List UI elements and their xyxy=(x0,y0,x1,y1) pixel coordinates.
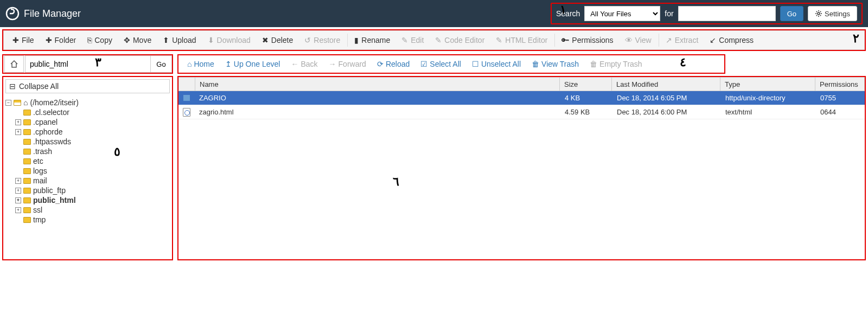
col-perms[interactable]: Permissions xyxy=(815,78,864,91)
table-row[interactable]: zagrio.html4.59 KBDec 18, 2014 6:00 PMte… xyxy=(178,105,865,119)
tree-toggle-icon[interactable]: + xyxy=(15,129,21,135)
copy-icon: ⎘ xyxy=(87,36,92,44)
tree-toggle-icon[interactable]: + xyxy=(15,119,21,125)
annotation-1: ١ xyxy=(560,3,566,17)
collapse-icon: ⊟ xyxy=(9,82,16,91)
gear-icon xyxy=(815,10,822,17)
tree-item-label: mail xyxy=(33,176,47,185)
col-name[interactable]: Name xyxy=(195,78,560,91)
tree-toggle-icon[interactable]: + xyxy=(15,188,21,194)
search-go-button[interactable]: Go xyxy=(780,6,803,21)
search-input[interactable] xyxy=(678,6,776,21)
home-icon-button[interactable] xyxy=(4,55,24,73)
back-icon: ← xyxy=(291,60,298,68)
nav-unselect-all-button[interactable]: ☐Unselect All xyxy=(467,60,526,68)
html-editor-button[interactable]: ✎HTML Editor xyxy=(490,31,553,49)
folder-icon xyxy=(23,129,31,135)
upload-icon: ⬆ xyxy=(163,36,169,44)
home-icon xyxy=(10,60,18,68)
uncheck-icon: ☐ xyxy=(472,60,479,68)
tree-item[interactable]: .htpasswds xyxy=(5,137,170,146)
tree-item[interactable]: +.cpanel xyxy=(5,117,170,127)
nav-back-button[interactable]: ←Back xyxy=(285,60,323,68)
copy-button[interactable]: ⎘Copy xyxy=(82,31,118,49)
tree-item[interactable]: +public_ftp xyxy=(5,186,170,195)
nav-home-button[interactable]: ⌂Home xyxy=(182,60,220,68)
tree-item[interactable]: .trash xyxy=(5,146,170,156)
tree-toggle-icon[interactable]: + xyxy=(15,197,21,203)
tree-item-label: .cl.selector xyxy=(33,108,69,117)
plus-icon: ✚ xyxy=(46,36,52,44)
collapse-all-button[interactable]: ⊟ Collapse All xyxy=(5,79,170,93)
col-type[interactable]: Type xyxy=(720,78,815,91)
logo: File Manager xyxy=(5,7,81,21)
code-editor-button[interactable]: ✎Code Editor xyxy=(430,31,490,49)
settings-button[interactable]: Settings xyxy=(808,6,857,21)
move-button[interactable]: ✥Move xyxy=(118,31,157,49)
search-scope-select[interactable]: All Your Files xyxy=(584,6,660,21)
nav-view-trash-button[interactable]: 🗑︎View Trash xyxy=(526,60,584,68)
nav-forward-button[interactable]: →Forward xyxy=(323,60,372,68)
col-modified[interactable]: Last Modified xyxy=(612,78,720,91)
extract-button[interactable]: ↗Extract xyxy=(660,31,705,49)
folder-icon xyxy=(14,100,21,106)
trash-icon: 🗑︎ xyxy=(590,60,597,68)
col-icon[interactable] xyxy=(179,78,195,91)
upload-button[interactable]: ⬆Upload xyxy=(157,31,202,49)
cell-modified: Dec 18, 2014 6:05 PM xyxy=(612,94,721,102)
compress-button[interactable]: ↙Compress xyxy=(704,31,760,49)
path-input[interactable] xyxy=(25,55,150,73)
tree-item[interactable]: +.cphorde xyxy=(5,127,170,137)
tree-item[interactable]: +mail xyxy=(5,176,170,186)
home-icon: ⌂ xyxy=(187,60,192,68)
tree-item[interactable]: +public_html xyxy=(5,195,170,205)
delete-button[interactable]: ✖Delete xyxy=(257,31,299,49)
rename-button[interactable]: ▮Rename xyxy=(349,31,396,49)
compress-icon: ↙ xyxy=(710,36,716,44)
folder-icon xyxy=(23,217,31,223)
nav-reload-button[interactable]: ⟳Reload xyxy=(372,60,415,68)
tree-item[interactable]: tmp xyxy=(5,215,170,225)
annotation-5: ٥ xyxy=(114,145,120,159)
tree-item[interactable]: etc xyxy=(5,156,170,166)
tree-item-label: public_html xyxy=(33,196,76,204)
view-button[interactable]: 👁︎View xyxy=(620,31,658,49)
permissions-button[interactable]: 🔑︎Permissions xyxy=(556,31,619,49)
edit-button[interactable]: ✎Edit xyxy=(396,31,430,49)
tree-item[interactable]: .cl.selector xyxy=(5,107,170,117)
annotation-6: ٦ xyxy=(393,175,399,189)
folder-icon xyxy=(23,149,31,155)
table-row[interactable]: ZAGRIO4 KBDec 18, 2014 6:05 PMhttpd/unix… xyxy=(178,91,865,105)
folder-button[interactable]: ✚Folder xyxy=(40,31,82,49)
tree-toggle-icon[interactable]: + xyxy=(15,178,21,184)
tree-toggle-icon[interactable]: − xyxy=(5,100,11,106)
nav-up-button[interactable]: ↥Up One Level xyxy=(220,60,286,68)
annotation-2: ٢ xyxy=(853,31,859,46)
tree-item[interactable]: logs xyxy=(5,166,170,176)
folder-icon xyxy=(23,139,31,145)
col-size[interactable]: Size xyxy=(560,78,612,91)
restore-button[interactable]: ↺Restore xyxy=(299,31,346,49)
tree-toggle-icon[interactable]: + xyxy=(15,207,21,213)
file-button[interactable]: ✚File xyxy=(7,31,40,49)
tree-root[interactable]: − ⌂ (/home2/itseir) xyxy=(5,98,170,107)
rename-icon: ▮ xyxy=(354,36,359,44)
nav-empty-trash-button[interactable]: 🗑︎Empty Trash xyxy=(584,60,648,68)
move-icon: ✥ xyxy=(124,36,130,44)
tree-item-label: tmp xyxy=(33,215,46,224)
tree-item[interactable]: +ssl xyxy=(5,205,170,215)
cell-name: ZAGRIO xyxy=(195,94,560,102)
cpanel-icon xyxy=(5,7,20,21)
folder-icon xyxy=(23,188,31,194)
folder-icon xyxy=(23,119,31,125)
delete-icon: ✖ xyxy=(262,36,269,44)
toolbar-wrap: ٢ ✚File ✚Folder ⎘Copy ✥Move ⬆Upload ⬇Dow… xyxy=(2,29,866,51)
path-go-button[interactable]: Go xyxy=(150,55,172,73)
extract-icon: ↗ xyxy=(666,36,672,44)
download-button[interactable]: ⬇Download xyxy=(202,31,257,49)
table-header: Name Size Last Modified Type Permissions xyxy=(178,77,865,91)
annotation-4: ٤ xyxy=(680,55,686,69)
home-icon: ⌂ xyxy=(23,98,28,107)
forward-icon: → xyxy=(329,60,336,68)
nav-select-all-button[interactable]: ☑Select All xyxy=(415,60,467,68)
